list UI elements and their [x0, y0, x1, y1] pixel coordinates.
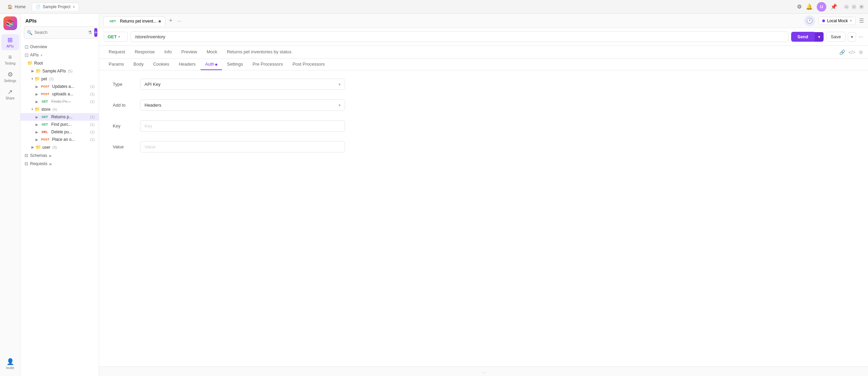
bottom-more-icon[interactable]: ... [482, 369, 485, 374]
clock-icon: 🕐 [806, 17, 813, 24]
tree-item-returns[interactable]: ▶ GET Returns p... (1) [20, 113, 99, 121]
auth-addto-select[interactable]: Headers ▾ [140, 99, 345, 111]
auth-key-field: Key [113, 120, 854, 132]
home-icon: 🏠 [8, 4, 13, 9]
store-count: (4) [53, 107, 57, 111]
auth-addto-field: Add to Headers ▾ [113, 99, 854, 111]
more-options-icon[interactable]: ··· [859, 34, 863, 40]
request-tab[interactable]: GET Returns pet invent... [103, 16, 165, 26]
pet-folder-icon: 📁 [35, 76, 40, 81]
tree-search-bar[interactable]: 🔍 ⚗ + [24, 26, 95, 39]
user-folder-icon: 📁 [36, 145, 41, 150]
tree-item-find-purc[interactable]: ▶ GET Find purc... (1) [20, 121, 99, 128]
help-icon[interactable]: ⚙ [859, 50, 863, 55]
auth-value-input[interactable] [140, 141, 345, 152]
settings-icon[interactable]: ⚙ [797, 3, 802, 10]
place-an-count: (1) [90, 137, 95, 142]
auth-addto-label: Add to [113, 103, 140, 108]
close-button[interactable]: ✕ [859, 4, 864, 9]
tree-item-finds[interactable]: ▶ GET Finds Pe... (1) [20, 98, 99, 105]
history-button[interactable]: 🕐 [804, 15, 815, 26]
tree-overview[interactable]: ⊡ Overview [20, 43, 99, 51]
add-tab-button[interactable]: + [167, 17, 175, 24]
link-icon[interactable]: 🔗 [839, 50, 845, 55]
subtab-cookies[interactable]: Cookies [148, 59, 174, 70]
addto-chevron-icon: ▾ [339, 103, 341, 108]
auth-key-input[interactable] [140, 120, 345, 132]
add-button[interactable]: + [94, 28, 97, 37]
subtab-post-processors[interactable]: Post Processors [288, 59, 330, 70]
tab-link-label: Returns pet inventories by status [227, 49, 291, 54]
subtab-pre-processors[interactable]: Pre Processors [248, 59, 288, 70]
tab-mock[interactable]: Mock [202, 46, 222, 58]
tab-response[interactable]: Response [130, 46, 160, 58]
tab-right: 🕐 Local Mock ▾ ☰ [804, 15, 864, 26]
send-dropdown-button[interactable]: ▾ [814, 32, 824, 42]
subtab-headers[interactable]: Headers [174, 59, 200, 70]
tab-status-dot [159, 20, 161, 23]
subtab-auth[interactable]: Auth [201, 59, 222, 70]
tree-schemas[interactable]: ⊡ Schemas ▶ [20, 151, 99, 159]
tab-info[interactable]: Info [160, 46, 177, 58]
find-purc-chevron: ▶ [36, 123, 38, 126]
tree-item-uploads[interactable]: ▶ POST uploads a... (1) [20, 90, 99, 98]
method-select[interactable]: GET ▾ [104, 32, 128, 42]
tree-store-folder[interactable]: ▾ 📁 store (4) [20, 105, 99, 113]
search-input[interactable] [35, 30, 86, 35]
bell-icon[interactable]: 🔔 [806, 3, 813, 10]
tab-link[interactable]: Returns pet inventories by status [222, 46, 296, 58]
avatar[interactable]: U [817, 2, 826, 12]
returns-method-badge: GET [40, 115, 50, 119]
subtab-settings[interactable]: Settings [222, 59, 248, 70]
tab-preview[interactable]: Preview [177, 46, 202, 58]
tree-apis-section[interactable]: ⊡ APIs ▾ [20, 51, 99, 59]
subtab-body[interactable]: Body [129, 59, 149, 70]
sidebar-item-testing[interactable]: ≡ Testing [1, 52, 19, 67]
project-tab[interactable]: 📄 Sample Project ✕ [32, 3, 79, 11]
env-selector[interactable]: Local Mock ▾ [818, 17, 856, 25]
sidebar-item-apis[interactable]: ⊞ APIs [1, 34, 19, 50]
tree-user-folder[interactable]: ▶ 📁 user (8) [20, 143, 99, 151]
root-folder-icon: 📁 [27, 61, 33, 66]
minimize-button[interactable]: — [844, 4, 849, 9]
home-tab[interactable]: 🏠 Home [4, 3, 29, 11]
url-input[interactable] [130, 31, 788, 42]
sample-apis-label: Sample APIs [42, 69, 66, 73]
bookmark-icon[interactable]: 📌 [830, 3, 837, 10]
tree-item-updates[interactable]: ▶ POST Updates a... (1) [20, 83, 99, 90]
tab-request[interactable]: Request [104, 46, 130, 58]
close-tab-icon[interactable]: ✕ [72, 5, 75, 9]
user-label: user [42, 145, 50, 150]
sidebar-item-invite[interactable]: 👤 Invite [1, 356, 19, 372]
sidebar-item-share[interactable]: ↗ Share [1, 86, 19, 102]
testing-icon: ≡ [8, 54, 12, 61]
tree-root[interactable]: 📁 Root [20, 59, 99, 67]
sidebar-item-settings[interactable]: ⚙ Settings [1, 69, 19, 85]
delete-pu-name: Delete pu... [51, 130, 88, 134]
tree-sample-apis[interactable]: ▶ 📁 Sample APIs (5) [20, 67, 99, 75]
tree-requests[interactable]: ⊡ Requests ▶ [20, 159, 99, 167]
tab-preview-label: Preview [181, 49, 197, 54]
home-tab-label: Home [15, 4, 26, 9]
updates-method-badge: POST [40, 84, 51, 89]
auth-type-select[interactable]: API Key ▾ [140, 79, 345, 90]
maximize-button[interactable]: □ [852, 4, 856, 9]
save-button[interactable]: Save [826, 32, 845, 42]
uploads-count: (1) [90, 92, 95, 96]
tree-pet-folder[interactable]: ▾ 📁 pet (3) [20, 75, 99, 83]
auth-value-label: Value [113, 144, 140, 149]
pet-count: (3) [49, 77, 54, 81]
send-main-button[interactable]: Send [791, 32, 814, 42]
sample-apis-chevron: ▶ [31, 69, 34, 73]
uploads-name: uploads a... [52, 92, 88, 96]
save-more-button[interactable]: ▾ [848, 32, 856, 42]
schemas-label: Schemas [30, 153, 47, 158]
sidebar-toggle-icon[interactable]: ☰ [859, 17, 864, 24]
code-icon[interactable]: </> [849, 50, 855, 55]
subtab-params[interactable]: Params [104, 59, 129, 70]
tree-item-place-an[interactable]: ▶ POST Place an o... (1) [20, 136, 99, 143]
tab-more-icon[interactable]: ··· [176, 18, 183, 24]
filter-icon[interactable]: ⚗ [88, 30, 92, 35]
tree-item-delete-pu[interactable]: ▶ DEL Delete pu... (1) [20, 128, 99, 136]
logo-icon: 📚 [6, 19, 14, 27]
